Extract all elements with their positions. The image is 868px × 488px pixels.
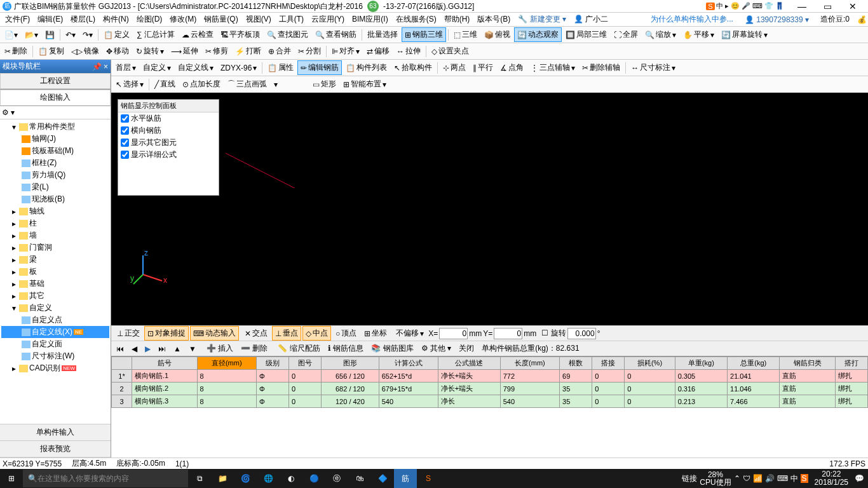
table-row[interactable]: 2横向钢筋.28Φ0682 / 120679+15*d净长+端头79935000…	[112, 383, 868, 395]
col-header[interactable]: 公式描述	[438, 357, 500, 370]
rebar3d-button[interactable]: ⊞ 钢筋三维	[402, 27, 446, 42]
col-header[interactable]: 总重(kg)	[728, 357, 780, 370]
col-header[interactable]: 级别	[256, 357, 288, 370]
findgraph-button[interactable]: 🔍 查找图元	[264, 27, 311, 42]
menu-component[interactable]: 构件(N)	[99, 13, 133, 26]
new-change-button[interactable]: 🔧 新建变更 ▾	[514, 13, 570, 26]
tray-sec[interactable]: 🛡	[743, 474, 750, 483]
guangxiaoer[interactable]: 👤 广小二	[570, 13, 612, 26]
setpoint-button[interactable]: ◇ 设置夹点	[428, 44, 472, 58]
table-row[interactable]: 3横向钢筋.38Φ0120 / 420540净长54035000.2137.46…	[112, 395, 868, 408]
zdyx-dropdown[interactable]: ZDYX-96 ▾	[217, 62, 260, 74]
complist-button[interactable]: 📋 构件列表	[342, 60, 390, 75]
dyninput-toggle[interactable]: ⌨ 动态输入	[190, 326, 239, 341]
user-phone[interactable]: 👤 13907298339 ▾	[741, 14, 813, 25]
define-button[interactable]: 📋 定义	[100, 27, 133, 42]
action-center[interactable]: 💬	[855, 474, 864, 483]
ie-icon[interactable]: ⓔ	[325, 469, 348, 488]
viewport-3d[interactable]: 2 B 钢筋显示控制面板	[111, 93, 868, 325]
table-row[interactable]: 1*横向钢筋.18Φ0656 / 120652+15*d净长+端头7726900…	[112, 370, 868, 383]
menu-file[interactable]: 文件(F)	[1, 13, 34, 26]
menu-edit[interactable]: 编辑(E)	[34, 13, 67, 26]
explorer-icon[interactable]: 📁	[211, 469, 234, 488]
arc-dropdown[interactable]: ▾	[271, 78, 309, 91]
nav-next[interactable]: ▶	[142, 343, 153, 355]
app-icon-2[interactable]: ◐	[280, 469, 302, 488]
coord-toggle[interactable]: ⊞ 坐标	[361, 326, 390, 341]
menu-help[interactable]: 帮助(H)	[440, 13, 474, 26]
chk-detail[interactable]: 显示详细公式	[118, 149, 219, 161]
select-button[interactable]: ↖ 选择 ▾	[112, 77, 147, 92]
zoom-button[interactable]: 🔍 缩放 ▾	[642, 27, 679, 42]
single-input-tab[interactable]: 单构件输入	[0, 424, 111, 441]
floor-dropdown[interactable]: 首层 ▾	[112, 60, 139, 75]
search-box[interactable]: 🔍 在这里输入你要搜索的内容	[23, 470, 188, 487]
notification-badge[interactable]: 63	[367, 1, 379, 12]
col-header[interactable]: 钢筋归类	[780, 357, 835, 370]
col-header[interactable]: 长度(mm)	[500, 357, 559, 370]
line-button[interactable]: ╱ 直线	[151, 77, 179, 92]
pickcomp-button[interactable]: ↖ 拾取构件	[391, 60, 435, 75]
copy-button[interactable]: 📋 复制	[35, 44, 67, 58]
app-icon-1[interactable]: 🌀	[234, 469, 257, 488]
break-button[interactable]: ⚡ 打断	[232, 44, 264, 58]
chk-other[interactable]: 显示其它图元	[118, 137, 219, 149]
threeparc-button[interactable]: ⌒ 三点画弧	[224, 77, 270, 92]
rotate-input[interactable]	[567, 328, 596, 339]
close-button[interactable]: ✕	[840, 0, 865, 13]
col-header[interactable]: 搭打	[835, 357, 867, 370]
stretch-button[interactable]: ↔ 拉伸	[393, 44, 424, 58]
sumcalc-button[interactable]: ∑ 汇总计算	[133, 27, 178, 42]
undo-button[interactable]: ↶▾	[62, 29, 79, 41]
scalerebar[interactable]: 📏 缩尺配筋	[275, 342, 322, 355]
sogou-icon[interactable]: S	[417, 469, 440, 488]
tab-draw[interactable]: 绘图输入	[0, 90, 111, 105]
close-table[interactable]: 关闭	[456, 342, 477, 355]
dynobs-button[interactable]: 🔄 动态观察	[514, 27, 562, 42]
redo-button[interactable]: ↷▾	[79, 29, 96, 41]
parallel-button[interactable]: ∥ 平行	[470, 60, 496, 75]
menu-tool[interactable]: 工具(T)	[275, 13, 308, 26]
new-button[interactable]: 📄▾	[1, 29, 21, 41]
help-link[interactable]: 为什么单构件输入中参...	[647, 13, 737, 26]
menu-view[interactable]: 视图(V)	[242, 13, 275, 26]
y-input[interactable]	[494, 328, 522, 339]
objsnap-toggle[interactable]: ⊡ 对象捕捉	[144, 326, 189, 341]
x-input[interactable]	[439, 328, 468, 339]
browser-icon[interactable]: 🔵	[302, 469, 325, 488]
col-header[interactable]: 计算公式	[379, 357, 438, 370]
rebarlib[interactable]: 📚 钢筋图库	[369, 342, 416, 355]
screenrot-button[interactable]: 🔄 屏幕旋转 ▾	[718, 27, 771, 42]
tray-net[interactable]: 📶	[753, 474, 763, 483]
viewrebar-button[interactable]: 🔍 查看钢筋	[312, 27, 360, 42]
intersect-toggle[interactable]: ✕ 交点	[241, 326, 271, 341]
component-tree[interactable]: ▾常用构件类型 轴网(J) 筏板基础(M) 框柱(Z) 剪力墙(Q) 梁(L) …	[0, 119, 111, 424]
extend-button[interactable]: ⟶ 延伸	[168, 44, 201, 58]
menu-online[interactable]: 在线服务(S)	[392, 13, 440, 26]
pin-icon[interactable]: 📌 ×	[92, 62, 108, 71]
menu-draw[interactable]: 绘图(D)	[133, 13, 166, 26]
dimmark-button[interactable]: ↔ 尺寸标注 ▾	[628, 60, 679, 75]
nav-prev[interactable]: ◀	[129, 343, 140, 355]
nav-first[interactable]: ⏮	[114, 343, 126, 355]
tray-up[interactable]: ⌃	[734, 474, 740, 483]
rebar-display-panel[interactable]: 钢筋显示控制面板 水平纵筋 横向钢筋 显示其它图元 显示详细公式	[118, 99, 219, 196]
split-button[interactable]: ✂ 分割	[295, 44, 324, 58]
filter-icons[interactable]: ⚙ ▾	[0, 106, 111, 119]
col-header[interactable]: 图号	[289, 357, 322, 370]
ime-bar[interactable]: S 中 ▸ 😊 🎤 ⌨ 👕 👖	[706, 1, 784, 11]
flatroof-button[interactable]: 🏗 平齐板顶	[217, 27, 263, 42]
rebarinfo[interactable]: ℹ 钢筋信息	[325, 342, 366, 355]
col-header[interactable]: 筋号	[132, 357, 198, 370]
col-header[interactable]: 损耗(%)	[625, 357, 675, 370]
delete-button[interactable]: ✂ 删除	[1, 44, 31, 58]
clock[interactable]: 20:222018/1/25	[811, 470, 852, 487]
col-header[interactable]: 单重(kg)	[675, 357, 727, 370]
delaux-button[interactable]: ✂ 删除辅轴	[579, 60, 623, 75]
save-button[interactable]: 💾	[42, 29, 58, 41]
perp-toggle[interactable]: ⊥ 垂点	[272, 326, 301, 341]
pan-button[interactable]: ✋ 平移 ▾	[680, 27, 717, 42]
twopt-button[interactable]: ⊹ 两点	[440, 60, 469, 75]
col-header[interactable]	[112, 357, 132, 370]
tab-project[interactable]: 工程设置	[0, 73, 111, 89]
